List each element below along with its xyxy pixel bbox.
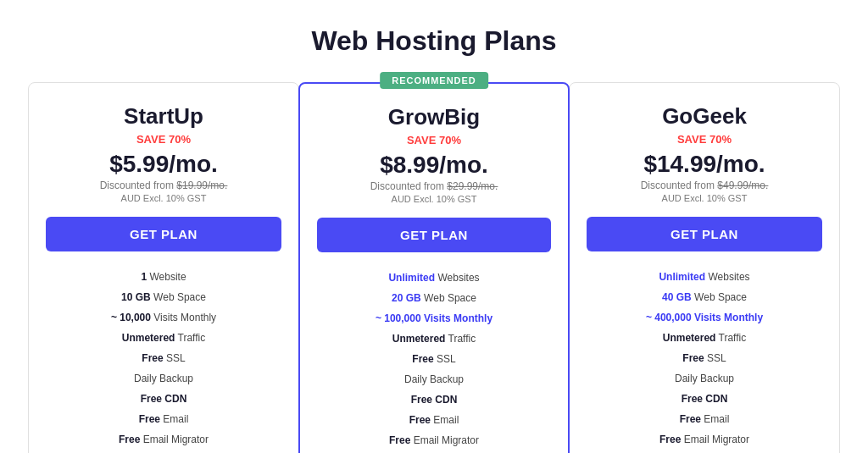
feature-item: Free Email <box>587 409 822 429</box>
page-title: Web Hosting Plans <box>311 25 556 57</box>
feature-item: Free SSL <box>46 348 281 368</box>
feature-item: Free Email <box>46 409 281 429</box>
price-gogeek: $14.99/mo. <box>587 151 822 178</box>
feature-item: Free CDN <box>587 389 822 409</box>
feature-item: Unlimited Websites <box>317 268 551 288</box>
feature-item: ~ 10,000 Visits Monthly <box>46 307 281 328</box>
feature-item: Free Email Migrator <box>46 429 281 450</box>
features-list-gogeek: Unlimited Websites40 GB Web Space~ 400,0… <box>587 267 822 453</box>
gst-note-growbig: AUD Excl. 10% GST <box>317 194 551 204</box>
get-plan-button-startup[interactable]: GET PLAN <box>46 217 281 251</box>
feature-item: Free Email <box>317 410 551 430</box>
plan-card-startup: StartUpSAVE 70%$5.99/mo.Discounted from … <box>28 82 299 453</box>
features-list-growbig: Unlimited Websites20 GB Web Space~ 100,0… <box>317 268 551 453</box>
feature-item: Daily Backup <box>317 369 551 389</box>
feature-item: Free Email Migrator <box>587 429 822 450</box>
feature-item: ~ 100,000 Visits Monthly <box>317 308 551 329</box>
original-price-gogeek: Discounted from $49.99/mo. <box>587 180 822 191</box>
save-badge-growbig: SAVE 70% <box>317 134 551 146</box>
feature-item: Daily Backup <box>46 368 281 389</box>
recommended-badge: RECOMMENDED <box>380 72 488 89</box>
plan-name-startup: StartUp <box>46 103 281 130</box>
feature-item: Free SSL <box>317 349 551 369</box>
feature-item: 10 GB Web Space <box>46 287 281 307</box>
features-list-startup: 1 Website10 GB Web Space~ 10,000 Visits … <box>46 267 281 453</box>
feature-item: Daily Backup <box>587 368 822 389</box>
gst-note-startup: AUD Excl. 10% GST <box>46 193 281 203</box>
feature-item: Unmetered Traffic <box>587 328 822 348</box>
original-price-growbig: Discounted from $29.99/mo. <box>317 180 551 192</box>
save-badge-startup: SAVE 70% <box>46 133 281 146</box>
feature-item: Free SSL <box>587 348 822 368</box>
feature-item: Free CDN <box>46 389 281 409</box>
plan-name-growbig: GrowBig <box>317 104 551 130</box>
feature-item: Unlimited Websites <box>587 267 822 287</box>
plan-card-growbig: RECOMMENDEDGrowBigSAVE 70%$8.99/mo.Disco… <box>298 82 570 453</box>
feature-item: 20 GB Web Space <box>317 288 551 308</box>
feature-item: ~ 400,000 Visits Monthly <box>587 307 822 328</box>
gst-note-gogeek: AUD Excl. 10% GST <box>587 193 822 203</box>
feature-item: Free Email Migrator <box>317 430 551 450</box>
get-plan-button-gogeek[interactable]: GET PLAN <box>587 217 822 251</box>
feature-item: Unmetered Traffic <box>46 328 281 348</box>
feature-item: Unmetered Traffic <box>317 329 551 349</box>
price-startup: $5.99/mo. <box>46 151 281 178</box>
feature-item: Enhanced Security <box>587 450 822 453</box>
original-price-startup: Discounted from $19.99/mo. <box>46 180 281 191</box>
feature-item: 40 GB Web Space <box>587 287 822 307</box>
plan-card-gogeek: GoGeekSAVE 70%$14.99/mo.Discounted from … <box>569 82 840 453</box>
save-badge-gogeek: SAVE 70% <box>587 133 822 146</box>
price-growbig: $8.99/mo. <box>317 152 551 179</box>
plan-name-gogeek: GoGeek <box>587 103 822 130</box>
feature-item: 1 Website <box>46 267 281 287</box>
plans-container: StartUpSAVE 70%$5.99/mo.Discounted from … <box>19 82 849 453</box>
feature-item: Enhanced Security <box>46 450 281 453</box>
get-plan-button-growbig[interactable]: GET PLAN <box>317 218 551 252</box>
feature-item: Free CDN <box>317 389 551 410</box>
